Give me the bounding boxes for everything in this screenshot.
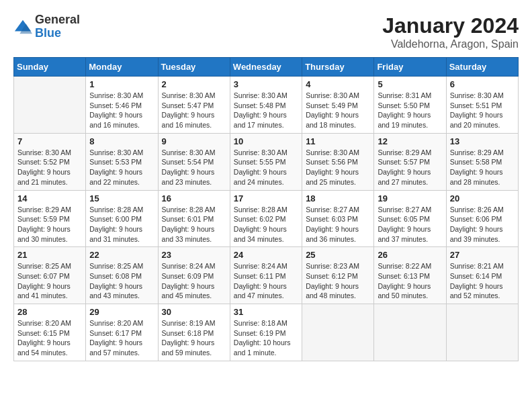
calendar-cell: 19Sunrise: 8:27 AMSunset: 6:05 PMDayligh… [374,190,446,247]
day-info: Sunrise: 8:25 AMSunset: 6:07 PMDaylight:… [17,261,82,301]
calendar-cell: 25Sunrise: 8:23 AMSunset: 6:12 PMDayligh… [302,247,374,304]
calendar-cell: 23Sunrise: 8:24 AMSunset: 6:09 PMDayligh… [158,247,230,304]
day-info: Sunrise: 8:19 AMSunset: 6:18 PMDaylight:… [162,318,226,358]
calendar-cell: 10Sunrise: 8:30 AMSunset: 5:55 PMDayligh… [230,133,302,190]
calendar-cell: 17Sunrise: 8:28 AMSunset: 6:02 PMDayligh… [230,190,302,247]
calendar-cell: 14Sunrise: 8:29 AMSunset: 5:59 PMDayligh… [14,190,86,247]
calendar-cell: 29Sunrise: 8:20 AMSunset: 6:17 PMDayligh… [86,304,158,361]
day-number: 4 [306,79,370,89]
calendar-cell: 11Sunrise: 8:30 AMSunset: 5:56 PMDayligh… [302,133,374,190]
day-info: Sunrise: 8:22 AMSunset: 6:13 PMDaylight:… [378,261,442,301]
day-info: Sunrise: 8:27 AMSunset: 6:05 PMDaylight:… [378,205,442,244]
day-info: Sunrise: 8:30 AMSunset: 5:56 PMDaylight:… [306,148,370,187]
calendar-cell: 4Sunrise: 8:30 AMSunset: 5:49 PMDaylight… [302,77,374,134]
day-number: 3 [234,79,298,89]
calendar-body: 1Sunrise: 8:30 AMSunset: 5:46 PMDaylight… [14,77,519,361]
day-info: Sunrise: 8:30 AMSunset: 5:53 PMDaylight:… [89,148,154,187]
calendar-week-row: 21Sunrise: 8:25 AMSunset: 6:07 PMDayligh… [14,247,519,304]
day-info: Sunrise: 8:30 AMSunset: 5:55 PMDaylight:… [234,148,298,187]
day-number: 23 [162,250,226,260]
day-info: Sunrise: 8:18 AMSunset: 6:19 PMDaylight:… [234,318,298,358]
calendar-cell: 12Sunrise: 8:29 AMSunset: 5:57 PMDayligh… [374,133,446,190]
title-block: January 2024 Valdehorna, Aragon, Spain [382,13,519,50]
calendar-cell: 5Sunrise: 8:31 AMSunset: 5:50 PMDaylight… [374,77,446,134]
logo-general-text: General [35,13,80,26]
calendar-week-row: 28Sunrise: 8:20 AMSunset: 6:15 PMDayligh… [14,304,519,361]
day-info: Sunrise: 8:30 AMSunset: 5:52 PMDaylight:… [17,148,82,187]
day-number: 24 [234,250,298,260]
day-number: 9 [162,136,226,146]
day-number: 30 [162,307,226,317]
calendar-cell: 3Sunrise: 8:30 AMSunset: 5:48 PMDaylight… [230,77,302,134]
calendar-cell: 2Sunrise: 8:30 AMSunset: 5:47 PMDaylight… [158,77,230,134]
day-number: 29 [89,307,154,317]
day-header-wednesday: Wednesday [230,58,302,77]
day-number: 31 [234,307,298,317]
logo-icon [13,17,32,36]
calendar-cell: 27Sunrise: 8:21 AMSunset: 6:14 PMDayligh… [446,247,518,304]
day-number: 7 [17,136,82,146]
day-info: Sunrise: 8:21 AMSunset: 6:14 PMDaylight:… [450,261,515,301]
calendar-cell: 15Sunrise: 8:28 AMSunset: 6:00 PMDayligh… [86,190,158,247]
day-info: Sunrise: 8:24 AMSunset: 6:11 PMDaylight:… [234,261,298,301]
day-info: Sunrise: 8:27 AMSunset: 6:03 PMDaylight:… [306,205,370,244]
calendar-cell: 26Sunrise: 8:22 AMSunset: 6:13 PMDayligh… [374,247,446,304]
day-info: Sunrise: 8:30 AMSunset: 5:46 PMDaylight:… [89,91,154,130]
day-number: 12 [378,136,442,146]
day-number: 5 [378,79,442,89]
day-info: Sunrise: 8:20 AMSunset: 6:15 PMDaylight:… [17,318,82,358]
logo: General Blue [13,13,80,40]
day-info: Sunrise: 8:30 AMSunset: 5:54 PMDaylight:… [162,148,226,187]
day-number: 8 [89,136,154,146]
calendar-cell [14,77,86,134]
day-info: Sunrise: 8:26 AMSunset: 6:06 PMDaylight:… [450,205,515,244]
day-number: 18 [306,193,370,203]
calendar-week-row: 14Sunrise: 8:29 AMSunset: 5:59 PMDayligh… [14,190,519,247]
calendar-cell: 7Sunrise: 8:30 AMSunset: 5:52 PMDaylight… [14,133,86,190]
day-number: 20 [450,193,515,203]
day-header-friday: Friday [374,58,446,77]
logo-blue-text: Blue [35,26,61,40]
calendar-cell: 21Sunrise: 8:25 AMSunset: 6:07 PMDayligh… [14,247,86,304]
calendar-cell: 16Sunrise: 8:28 AMSunset: 6:01 PMDayligh… [158,190,230,247]
day-number: 22 [89,250,154,260]
day-number: 16 [162,193,226,203]
day-info: Sunrise: 8:29 AMSunset: 5:57 PMDaylight:… [378,148,442,187]
calendar-week-row: 7Sunrise: 8:30 AMSunset: 5:52 PMDaylight… [14,133,519,190]
calendar-cell: 8Sunrise: 8:30 AMSunset: 5:53 PMDaylight… [86,133,158,190]
day-number: 1 [89,79,154,89]
day-header-thursday: Thursday [302,58,374,77]
day-info: Sunrise: 8:20 AMSunset: 6:17 PMDaylight:… [89,318,154,358]
month-title: January 2024 [382,13,519,38]
calendar-cell: 30Sunrise: 8:19 AMSunset: 6:18 PMDayligh… [158,304,230,361]
day-number: 6 [450,79,515,89]
day-info: Sunrise: 8:23 AMSunset: 6:12 PMDaylight:… [306,261,370,301]
day-header-sunday: Sunday [14,58,86,77]
day-number: 28 [17,307,82,317]
day-header-tuesday: Tuesday [158,58,230,77]
day-info: Sunrise: 8:28 AMSunset: 6:00 PMDaylight:… [89,205,154,244]
day-number: 15 [89,193,154,203]
calendar-cell: 18Sunrise: 8:27 AMSunset: 6:03 PMDayligh… [302,190,374,247]
calendar-cell: 22Sunrise: 8:25 AMSunset: 6:08 PMDayligh… [86,247,158,304]
day-number: 21 [17,250,82,260]
calendar-cell: 13Sunrise: 8:29 AMSunset: 5:58 PMDayligh… [446,133,518,190]
day-number: 19 [378,193,442,203]
day-header-monday: Monday [86,58,158,77]
calendar-cell: 6Sunrise: 8:30 AMSunset: 5:51 PMDaylight… [446,77,518,134]
day-info: Sunrise: 8:29 AMSunset: 5:59 PMDaylight:… [17,205,82,244]
calendar-cell [302,304,374,361]
location-subtitle: Valdehorna, Aragon, Spain [382,38,519,50]
day-info: Sunrise: 8:30 AMSunset: 5:48 PMDaylight:… [234,91,298,130]
day-number: 26 [378,250,442,260]
calendar-cell: 24Sunrise: 8:24 AMSunset: 6:11 PMDayligh… [230,247,302,304]
day-number: 14 [17,193,82,203]
day-number: 2 [162,79,226,89]
calendar-cell: 31Sunrise: 8:18 AMSunset: 6:19 PMDayligh… [230,304,302,361]
day-info: Sunrise: 8:28 AMSunset: 6:02 PMDaylight:… [234,205,298,244]
day-info: Sunrise: 8:29 AMSunset: 5:58 PMDaylight:… [450,148,515,187]
day-info: Sunrise: 8:24 AMSunset: 6:09 PMDaylight:… [162,261,226,301]
day-number: 13 [450,136,515,146]
calendar-header-row: SundayMondayTuesdayWednesdayThursdayFrid… [14,58,519,77]
day-info: Sunrise: 8:30 AMSunset: 5:49 PMDaylight:… [306,91,370,130]
